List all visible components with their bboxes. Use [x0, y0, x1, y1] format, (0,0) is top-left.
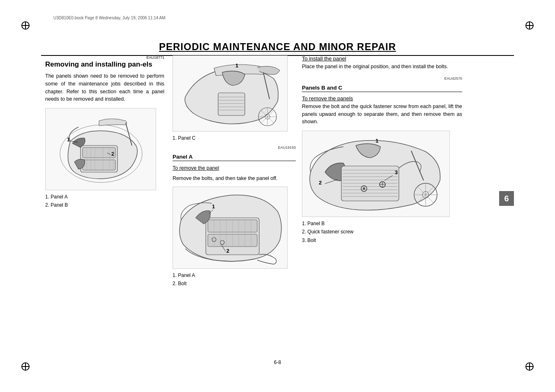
section-id-left: EAU18771 [45, 55, 164, 60]
svg-text:1: 1 [375, 138, 378, 144]
caption-bolt: 2. Bolt [173, 279, 296, 288]
mid-column: 1 1. Panel C EAU19193 Panel A To remove … [173, 55, 296, 288]
mid-top-diagram-svg: 1 [173, 56, 288, 132]
svg-point-57 [363, 187, 365, 190]
reg-mark-bl [21, 362, 30, 371]
page-title: PERIODIC MAINTENANCE AND MINOR REPAIR [159, 41, 396, 52]
install-text: Place the panel in the original position… [302, 63, 462, 71]
remove-panel-underline: To remove the panel [173, 165, 219, 171]
right-diagram-captions: 1. Panel B 2. Quick fastener screw 3. Bo… [302, 219, 462, 244]
right-diagram-svg: 1 2 3 [302, 131, 450, 217]
page-title-bar: PERIODIC MAINTENANCE AND MINOR REPAIR [41, 41, 514, 56]
mid-bottom-diagram-svg: 1 2 [173, 187, 288, 269]
reg-mark-tr [525, 21, 534, 30]
panel-a-divider [173, 161, 296, 161]
remove-panels-underline: To remove the panels [302, 95, 353, 101]
svg-text:2: 2 [111, 151, 114, 157]
caption-panel-b: 1. Panel B [302, 219, 462, 228]
svg-text:2: 2 [226, 248, 229, 254]
svg-rect-2 [83, 148, 115, 158]
svg-text:2: 2 [319, 180, 322, 186]
eau-19193: EAU19193 [173, 145, 296, 150]
remove-panels-label-wrap: To remove the panels [302, 95, 462, 101]
svg-text:3: 3 [395, 169, 398, 175]
panels-bc-label: Panels B and C [302, 85, 462, 91]
page-container: U3D810E0.book Page 8 Wednesday, July 19,… [0, 0, 555, 392]
top-info: U3D810E0.book Page 8 Wednesday, July 19,… [53, 16, 166, 20]
caption-qfs: 2. Quick fastener screw [302, 228, 462, 236]
tab-marker: 6 [499, 191, 514, 206]
left-diagram: 1 2 [45, 108, 156, 190]
page-number: 6-8 [274, 360, 281, 365]
right-diagram: 1 2 3 [302, 131, 450, 217]
section-body: The panels shown need to be removed to p… [45, 72, 164, 103]
svg-text:1: 1 [235, 62, 238, 69]
caption-1: 1. Panel A [45, 193, 164, 201]
remove-panels-text: Remove the bolt and the quick fastener s… [302, 103, 462, 126]
caption-panel-a: 1. Panel A [173, 271, 296, 279]
mid-bottom-diagram: 1 2 [173, 187, 288, 269]
reg-mark-br [525, 362, 534, 371]
right-column: To install the panel Place the panel in … [302, 55, 462, 244]
install-label: To install the panel [302, 55, 462, 62]
tab-number: 6 [504, 194, 509, 203]
remove-panel-text: Remove the bolts, and then take the pane… [173, 175, 296, 182]
caption-bolt-r: 3. Bolt [302, 236, 462, 244]
install-underline: To install the panel [302, 55, 346, 62]
svg-rect-3 [83, 160, 115, 170]
eau-42570: EAU42570 [302, 76, 462, 81]
caption-2: 2. Panel B [45, 201, 164, 209]
svg-text:1: 1 [212, 203, 215, 210]
mid-top-caption: 1. Panel C [173, 134, 296, 142]
svg-rect-16 [218, 93, 245, 115]
mid-top-diagram: 1 [173, 55, 288, 131]
left-diagram-svg: 1 2 [46, 108, 157, 191]
mid-bottom-captions: 1. Panel A 2. Bolt [173, 271, 296, 288]
left-diagram-captions: 1. Panel A 2. Panel B [45, 193, 164, 210]
panel-c-caption: 1. Panel C [173, 134, 296, 142]
reg-mark-tl [21, 21, 30, 30]
left-column: EAU18771 Removing and installing pan-els… [45, 55, 164, 210]
panels-bc-divider [302, 92, 462, 92]
remove-panel-label: To remove the panel [173, 164, 296, 172]
svg-rect-46 [341, 166, 399, 201]
section-heading: Removing and installing pan-els [45, 60, 164, 69]
panel-a-label: Panel A [173, 154, 296, 160]
